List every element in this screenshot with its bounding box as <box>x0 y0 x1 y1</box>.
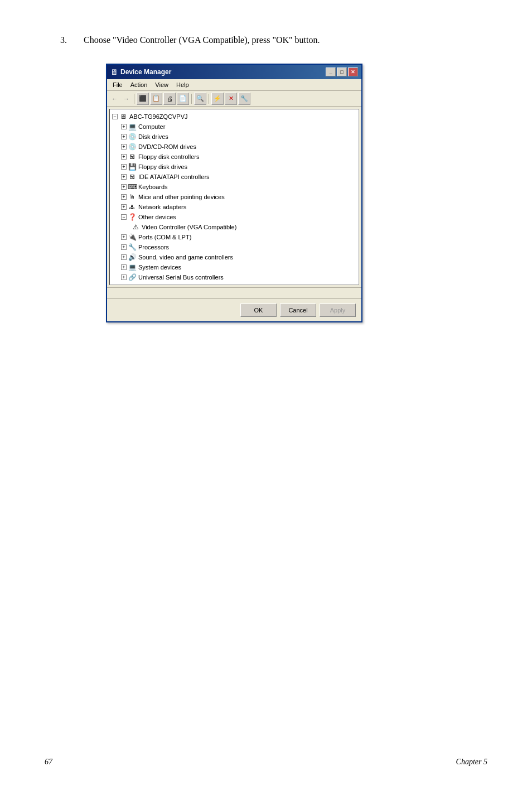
tree-item-ide[interactable]: + 🖫 IDE ATA/ATAPI controllers <box>111 172 357 182</box>
tree-item-usb[interactable]: + 🔗 Universal Serial Bus controllers <box>111 272 357 282</box>
tree-root[interactable]: − 🖥 ABC-TG96ZQCVPVJ <box>111 112 357 122</box>
toolbar-btn-6[interactable]: ⚡ <box>211 93 224 105</box>
expand-computer[interactable]: + <box>121 124 127 129</box>
maximize-button[interactable]: □ <box>337 68 347 76</box>
tree-item-dvd[interactable]: + 💿 DVD/CD-ROM drives <box>111 142 357 152</box>
menu-action[interactable]: Action <box>127 80 151 89</box>
expand-root[interactable]: − <box>112 114 118 119</box>
expand-other[interactable]: − <box>121 214 127 220</box>
toolbar-separator-2 <box>191 94 192 104</box>
menu-help[interactable]: Help <box>173 80 192 89</box>
tree-item-floppy-ctrl[interactable]: + 🖫 Floppy disk controllers <box>111 152 357 162</box>
toolbar-btn-1[interactable]: ⬛ <box>137 93 149 105</box>
titlebar-left: 🖥 Device Manager <box>110 68 171 76</box>
toolbar: ← → ⬛ 📋 🖨 📄 🔍 ⚡ ✕ <box>107 91 361 107</box>
forward-button[interactable]: → <box>121 94 132 103</box>
menu-view[interactable]: View <box>152 80 172 89</box>
chapter-label: Chapter 5 <box>456 758 487 767</box>
dvd-icon: 💿 <box>128 142 137 151</box>
titlebar: 🖥 Device Manager _ □ ✕ <box>107 65 361 79</box>
toolbar-separator-1 <box>134 94 134 104</box>
ports-label: Ports (COM & LPT) <box>138 234 191 240</box>
expand-floppy-drv[interactable]: + <box>121 164 127 170</box>
video-icon: ⚠ <box>131 223 140 232</box>
keyboard-label: Keyboards <box>138 184 168 190</box>
network-label: Network adapters <box>138 204 186 210</box>
tree-item-system[interactable]: + 💻 System devices <box>111 262 357 272</box>
system-label: System devices <box>138 264 181 271</box>
expand-network[interactable]: + <box>121 204 127 210</box>
mice-label: Mice and other pointing devices <box>138 194 225 200</box>
floppy-drv-icon: 💾 <box>128 162 137 171</box>
mice-icon: 🖱 <box>128 192 137 201</box>
floppy-ctrl-icon: 🖫 <box>128 152 137 161</box>
tree-item-other[interactable]: − ❓ Other devices <box>111 212 357 222</box>
expand-sound[interactable]: + <box>121 254 127 260</box>
keyboard-icon: ⌨ <box>128 182 137 191</box>
expand-usb[interactable]: + <box>121 274 127 280</box>
other-label: Other devices <box>138 214 176 220</box>
tree-item-mice[interactable]: + 🖱 Mice and other pointing devices <box>111 192 357 202</box>
ports-icon: 🔌 <box>128 233 137 242</box>
tree-item-keyboard[interactable]: + ⌨ Keyboards <box>111 182 357 192</box>
menu-file[interactable]: File <box>109 80 126 89</box>
ok-button[interactable]: OK <box>240 303 277 317</box>
dialog-buttons: OK Cancel Apply <box>107 298 361 321</box>
titlebar-buttons: _ □ ✕ <box>326 68 358 76</box>
status-bar <box>107 287 361 298</box>
tree-item-ports[interactable]: + 🔌 Ports (COM & LPT) <box>111 232 357 242</box>
video-label: Video Controller (VGA Compatible) <box>142 224 236 230</box>
expand-mice[interactable]: + <box>121 194 127 200</box>
tree-item-floppy-drv[interactable]: + 💾 Floppy disk drives <box>111 162 357 172</box>
expand-ports[interactable]: + <box>121 234 127 240</box>
disk-icon: 💿 <box>128 132 137 141</box>
page-content: 3. Choose "Video Controller (VGA Compati… <box>0 0 532 356</box>
expand-disk[interactable]: + <box>121 134 127 139</box>
expand-floppy-ctrl[interactable]: + <box>121 154 127 160</box>
step-text: Choose "Video Controller (VGA Compatible… <box>84 33 320 47</box>
cancel-button[interactable]: Cancel <box>280 303 316 317</box>
close-button[interactable]: ✕ <box>348 68 358 76</box>
ide-icon: 🖫 <box>128 172 137 181</box>
expand-processors[interactable]: + <box>121 244 127 250</box>
tree-item-sound[interactable]: + 🔊 Sound, video and game controllers <box>111 252 357 262</box>
system-icon: 💻 <box>128 263 137 272</box>
toolbar-btn-4[interactable]: 📄 <box>177 93 189 105</box>
root-label: ABC-TG96ZQCVPVJ <box>129 113 188 120</box>
tree-item-video[interactable]: ⚠ Video Controller (VGA Compatible) <box>111 222 357 232</box>
step-number: 3. <box>45 33 67 47</box>
toolbar-btn-3[interactable]: 🖨 <box>163 93 176 105</box>
toolbar-btn-2[interactable]: 📋 <box>150 93 162 105</box>
toolbar-btn-5[interactable]: 🔍 <box>194 93 206 105</box>
dvd-label: DVD/CD-ROM drives <box>138 143 196 150</box>
window-icon: 🖥 <box>110 68 118 76</box>
menubar: File Action View Help <box>107 79 361 91</box>
sound-icon: 🔊 <box>128 253 137 262</box>
tree-item-computer[interactable]: + 💻 Computer <box>111 122 357 132</box>
expand-dvd[interactable]: + <box>121 144 127 150</box>
processors-label: Processors <box>138 244 169 250</box>
computer-icon: 🖥 <box>119 112 128 121</box>
instruction-line: 3. Choose "Video Controller (VGA Compati… <box>45 33 487 47</box>
processors-icon: 🔧 <box>128 243 137 252</box>
tree-item-processors[interactable]: + 🔧 Processors <box>111 242 357 252</box>
floppy-ctrl-label: Floppy disk controllers <box>138 153 199 160</box>
device-tree[interactable]: − 🖥 ABC-TG96ZQCVPVJ + 💻 Computer + 💿 Dis… <box>109 109 359 285</box>
window-title: Device Manager <box>120 68 171 76</box>
expand-ide[interactable]: + <box>121 174 127 180</box>
expand-keyboard[interactable]: + <box>121 184 127 190</box>
toolbar-btn-8[interactable]: 🔧 <box>238 93 250 105</box>
device-manager-window: 🖥 Device Manager _ □ ✕ File Action View … <box>106 64 362 322</box>
toolbar-btn-7[interactable]: ✕ <box>225 93 237 105</box>
apply-button[interactable]: Apply <box>320 303 356 317</box>
page-footer: 67 Chapter 5 <box>0 758 532 767</box>
back-button[interactable]: ← <box>109 94 120 103</box>
tree-item-network[interactable]: + 🖧 Network adapters <box>111 202 357 212</box>
minimize-button[interactable]: _ <box>326 68 336 76</box>
computer-label: Computer <box>138 123 165 130</box>
tree-item-disk[interactable]: + 💿 Disk drives <box>111 132 357 142</box>
ide-label: IDE ATA/ATAPI controllers <box>138 174 210 180</box>
expand-system[interactable]: + <box>121 264 127 270</box>
toolbar-separator-3 <box>209 94 209 104</box>
computer-device-icon: 💻 <box>128 122 137 131</box>
